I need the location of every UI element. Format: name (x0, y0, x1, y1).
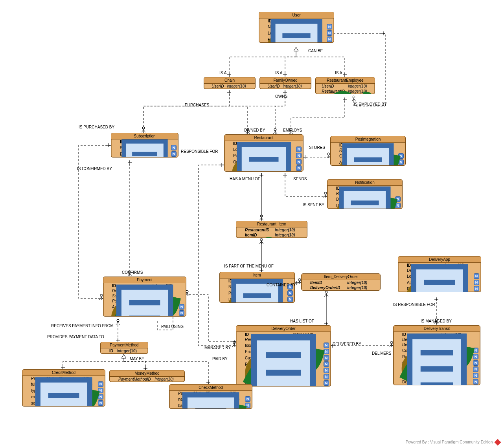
entity-item_deliveryorder[interactable]: Item_DeliveryOrderItemIDinteger(10)Deliv… (301, 273, 381, 291)
column-icon (224, 165, 232, 171)
relation-line (199, 165, 236, 346)
cardinality-icon (128, 161, 132, 165)
relation-line (143, 90, 229, 133)
entity-deliveryorder[interactable]: DeliveryOrderIDinteger(10)RestaurantIDin… (236, 325, 331, 387)
relation-label: IS A (275, 71, 282, 75)
svg-point-60 (390, 341, 393, 344)
relation-label: SENDS (293, 177, 307, 181)
svg-rect-127 (342, 189, 388, 209)
svg-point-39 (298, 278, 301, 281)
svg-rect-257 (185, 395, 236, 409)
relation-label: IS EMPLOYED BY (354, 102, 387, 106)
entity-moneymethod[interactable]: MoneyMethodPaymentMethodIDinteger(10) (109, 370, 185, 382)
column-icon (327, 202, 335, 209)
relation-label: DELIVERS (372, 351, 391, 355)
cardinality-icon (434, 297, 438, 301)
erd-canvas: UserIDinteger(10)Namevarchar(255)NLoginv… (0, 0, 504, 447)
cardinality-icon (273, 128, 277, 134)
inheritance-triangle-icon (121, 354, 126, 358)
svg-rect-161 (414, 267, 465, 292)
cardinality-icon (303, 155, 307, 159)
relation-line (63, 361, 124, 369)
fk-icon (260, 84, 266, 89)
cardinality-icon (324, 291, 328, 297)
entity-user[interactable]: UserIDinteger(10)Namevarchar(255)NLoginv… (259, 12, 334, 43)
entity-restaurant[interactable]: RestaurantIDinteger(10)Locationvarchar(2… (224, 134, 304, 172)
relation-label: OWNED BY (244, 128, 265, 132)
relation-label: HAS LIST OF (290, 319, 314, 323)
fk-icon (204, 84, 210, 89)
relation-label: MAY BE (130, 357, 144, 361)
cardinality-icon (220, 163, 224, 167)
relation-line (229, 57, 296, 77)
relation-label: MANAGED BY (204, 346, 231, 350)
inheritance-triangle-icon (294, 47, 298, 51)
column-icon (169, 402, 177, 409)
entity-paymentmethod[interactable]: PaymentMethodIDinteger(10) (100, 342, 148, 354)
cardinality-icon (259, 238, 263, 244)
column-icon (103, 310, 110, 316)
relation-label: PURCHASES (185, 103, 209, 107)
relation-label: IS PURCHASED BY (79, 125, 114, 129)
relation-line (124, 361, 145, 370)
relation-label: IS RESPONSIBLE FOR (393, 302, 435, 307)
relation-label: IS PART OF THE MENU OF (224, 264, 274, 268)
cardinality-icon (283, 73, 287, 77)
cardinality-icon (343, 98, 347, 102)
relation-label: CAN BE (308, 49, 323, 53)
cardinality-icon (227, 73, 231, 77)
entity-deliverytransit[interactable]: DeliveryTransitIDinteger(10)DeliveryOrde… (393, 325, 480, 385)
fk-icon (302, 285, 309, 290)
cardinality-icon (381, 31, 385, 35)
powered-by-footer: Powered By : Visual Paradigm Community E… (406, 440, 500, 445)
relation-label: HAS A MENU OF (230, 177, 260, 181)
entity-creditmethod[interactable]: CreditMethodPaymentMethodIDinteger(10)fu… (22, 369, 105, 407)
entity-restaurantemployee[interactable]: RestaurantEmployeeUserIDinteger(10)Resta… (315, 77, 375, 94)
svg-rect-116 (345, 146, 392, 166)
vp-logo-icon (495, 439, 501, 446)
entity-subscription[interactable]: SubscriptionIDinteger(10)StartDatedateNE… (111, 133, 178, 158)
svg-point-27 (327, 153, 330, 155)
relation-label: RECEIVES PAYMENT INFO FROM (51, 324, 114, 328)
svg-rect-75 (273, 22, 320, 43)
entity-familyowned[interactable]: FamilyOwnedUserIDinteger(10) (259, 77, 311, 89)
entity-notification[interactable]: NotificationIDinteger(10)RestaurantIDint… (327, 179, 403, 209)
entity-checkmethod[interactable]: CheckMethodPaymentMethodIDinteger(10)nam… (169, 384, 252, 409)
relation-line (285, 57, 296, 77)
entity-deliveryapp[interactable]: DeliveryAppIDinteger(10)DeliveryTransitI… (398, 256, 481, 292)
relation-label: EMPLOYS (283, 128, 302, 132)
entity-posintegration[interactable]: PosIntegrationIDinteger(10)RestaurantIDi… (330, 136, 406, 166)
relation-label: CONFIRMS (122, 270, 143, 275)
cardinality-icon (343, 73, 347, 77)
column-icon (394, 379, 401, 385)
key-icon (101, 348, 108, 354)
relation-label: DELIVERED BY (333, 342, 361, 346)
column-icon (398, 286, 405, 292)
fk-icon (110, 377, 117, 382)
relation-label: PAID USING (161, 324, 184, 329)
relation-label: PROVIDES PAYMENT DATA TO (47, 335, 104, 339)
svg-point-30 (324, 192, 327, 194)
entity-chain[interactable]: ChainUserIDinteger(10) (204, 77, 256, 89)
footer-text: Powered By : Visual Paradigm Community E… (406, 440, 493, 444)
relation-label: STORES (309, 145, 325, 150)
entity-payment[interactable]: PaymentIDinteger(10)DeliveryOrderIDinteg… (103, 277, 186, 317)
relation-label: IS MANAGED BY (421, 319, 452, 323)
svg-point-21 (100, 294, 103, 297)
column-icon (259, 36, 266, 42)
relation-line (285, 173, 327, 196)
relation-line (333, 33, 385, 106)
entity-item[interactable]: ItemIDinteger(10)Namevarchar(255)NPricef… (219, 272, 295, 303)
relation-label: PAID BY (212, 357, 228, 361)
relation-line (143, 90, 285, 106)
svg-rect-203 (254, 337, 313, 387)
column-icon (111, 151, 118, 157)
fk-icon (236, 233, 243, 238)
relation-label: IS CONFIRMED BY (77, 167, 112, 171)
column-icon (220, 296, 227, 302)
entity-restaurant_item[interactable]: Restaurant_ItemRestaurantIDinteger(10)It… (236, 221, 307, 238)
fk-icon (316, 89, 320, 94)
cardinality-icon (142, 127, 145, 132)
cardinality-icon (116, 319, 120, 325)
cardinality-icon (352, 96, 356, 101)
